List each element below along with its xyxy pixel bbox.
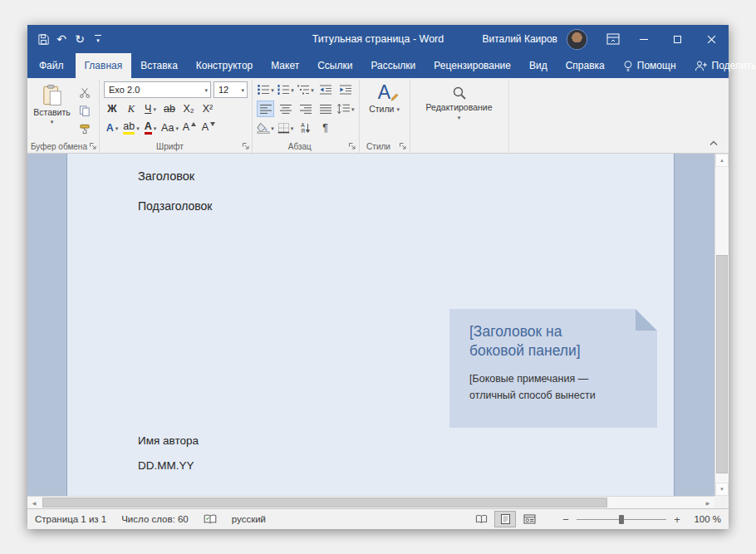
grow-font-button[interactable]: А bbox=[181, 120, 198, 136]
superscript-button[interactable]: Х² bbox=[199, 101, 216, 117]
text-effects-label: А bbox=[106, 123, 114, 134]
editing-button[interactable]: Редактирование ▾ bbox=[415, 81, 504, 120]
panel-title[interactable]: [Заголовок на боковой панели] bbox=[469, 322, 617, 360]
doc-subheading[interactable]: Подзаголовок bbox=[138, 199, 213, 213]
font-name-select[interactable]: Exo 2.0 ▾ bbox=[104, 81, 211, 98]
text-effects-button[interactable]: А▾ bbox=[104, 120, 120, 136]
format-painter-button[interactable] bbox=[75, 121, 95, 136]
panel-body[interactable]: [Боковые примечания — отличный способ вы… bbox=[469, 371, 622, 404]
lightbulb-icon bbox=[623, 60, 633, 72]
zoom-out-button[interactable]: − bbox=[558, 513, 573, 526]
zoom-in-button[interactable]: + bbox=[670, 513, 685, 526]
doc-author[interactable]: Имя автора bbox=[138, 434, 199, 447]
line-spacing-button[interactable]: ▾ bbox=[336, 101, 355, 117]
redo-icon[interactable]: ↻ bbox=[71, 28, 89, 50]
highlight-button[interactable]: ab▾ bbox=[123, 120, 140, 136]
user-name[interactable]: Виталий Каиров bbox=[482, 33, 557, 45]
copy-icon bbox=[79, 105, 91, 117]
zoom-level[interactable]: 100 % bbox=[685, 514, 721, 524]
cut-button[interactable] bbox=[75, 85, 95, 100]
styles-dialog-launcher-icon[interactable] bbox=[399, 141, 408, 150]
sort-button[interactable]: АЯ bbox=[297, 120, 314, 136]
scroll-down-icon[interactable]: ▼ bbox=[715, 483, 729, 496]
clipboard-dialog-launcher-icon[interactable] bbox=[88, 141, 97, 150]
language-indicator[interactable]: русский bbox=[232, 514, 266, 524]
align-center-button[interactable] bbox=[277, 101, 294, 117]
tab-references[interactable]: Ссылки bbox=[308, 53, 361, 78]
copy-button[interactable] bbox=[75, 103, 95, 118]
bold-button[interactable]: Ж bbox=[104, 101, 120, 117]
tell-me-button[interactable]: Помощн bbox=[614, 53, 685, 78]
line-spacing-icon bbox=[336, 103, 351, 115]
vertical-scroll-thumb[interactable] bbox=[716, 255, 728, 473]
font-size-select[interactable]: 12 ▾ bbox=[214, 81, 248, 98]
tab-review[interactable]: Рецензирование bbox=[425, 53, 520, 78]
page-indicator[interactable]: Страница 1 из 1 bbox=[35, 514, 106, 524]
dropdown-icon: ▾ bbox=[458, 115, 461, 120]
strikethrough-button[interactable]: ab bbox=[161, 101, 178, 117]
qat-customize-icon[interactable]: ▾ bbox=[89, 28, 107, 50]
zoom-slider-handle[interactable] bbox=[619, 515, 624, 524]
styles-button[interactable]: А Стили▾ bbox=[364, 81, 405, 115]
dropdown-icon: ▾ bbox=[51, 119, 54, 125]
avatar[interactable] bbox=[567, 30, 587, 49]
align-left-button[interactable] bbox=[257, 101, 274, 117]
change-case-button[interactable]: Аа▾ bbox=[161, 120, 179, 136]
underline-button[interactable]: Ч▾ bbox=[142, 101, 159, 117]
scroll-right-icon[interactable]: ▶ bbox=[701, 497, 714, 508]
align-right-button[interactable] bbox=[297, 101, 314, 117]
minimize-button[interactable] bbox=[626, 25, 660, 53]
doc-heading[interactable]: Заголовок bbox=[138, 169, 194, 183]
zoom-slider[interactable] bbox=[577, 512, 666, 526]
ribbon-tabs: Файл Главная Вставка Конструктор Макет С… bbox=[27, 53, 729, 78]
justify-button[interactable] bbox=[317, 101, 334, 117]
maximize-button[interactable] bbox=[660, 25, 695, 53]
sidebar-text-panel[interactable]: [Заголовок на боковой панели] [Боковые п… bbox=[449, 309, 657, 428]
word-count[interactable]: Число слов: 60 bbox=[121, 514, 189, 524]
ribbon-display-options-button[interactable] bbox=[600, 33, 626, 45]
show-marks-button[interactable]: ¶ bbox=[317, 120, 334, 136]
read-mode-button[interactable] bbox=[470, 511, 492, 527]
increase-indent-button[interactable] bbox=[336, 81, 354, 98]
close-button[interactable] bbox=[695, 25, 729, 53]
horizontal-scroll-thumb[interactable] bbox=[42, 498, 607, 507]
tab-home[interactable]: Главная bbox=[76, 53, 132, 78]
tab-help[interactable]: Справка bbox=[557, 53, 614, 78]
italic-button[interactable]: К bbox=[123, 101, 140, 117]
save-button[interactable] bbox=[34, 28, 52, 50]
tab-layout[interactable]: Макет bbox=[262, 53, 308, 78]
font-color-button[interactable]: А▾ bbox=[142, 120, 159, 136]
decrease-indent-button[interactable] bbox=[317, 81, 334, 98]
collapse-ribbon-button[interactable] bbox=[705, 137, 722, 149]
tab-mailings[interactable]: Рассылки bbox=[361, 53, 425, 78]
shading-button[interactable]: ▾ bbox=[257, 120, 274, 136]
paste-button[interactable]: Вставить ▾ bbox=[33, 81, 71, 136]
tab-insert[interactable]: Вставка bbox=[131, 53, 187, 78]
print-layout-button[interactable] bbox=[494, 511, 516, 527]
chevron-down-icon: ▾ bbox=[204, 87, 208, 93]
paragraph-dialog-launcher-icon[interactable] bbox=[348, 141, 357, 150]
vertical-scrollbar[interactable]: ▲ ▼ bbox=[714, 154, 729, 496]
paragraph-group-label: Абзац bbox=[254, 142, 346, 151]
multilevel-list-button[interactable]: ▾ bbox=[297, 81, 314, 98]
share-button[interactable]: Поделиться bbox=[685, 53, 756, 78]
tab-file[interactable]: Файл bbox=[27, 53, 76, 78]
undo-icon[interactable]: ↶ bbox=[52, 28, 71, 50]
scroll-up-icon[interactable]: ▲ bbox=[715, 154, 729, 167]
tab-view[interactable]: Вид bbox=[520, 53, 557, 78]
bullets-icon bbox=[257, 84, 270, 96]
horizontal-scrollbar[interactable]: ◀ ▶ bbox=[27, 496, 714, 508]
shrink-font-button[interactable]: А bbox=[200, 120, 217, 136]
borders-button[interactable]: ▾ bbox=[277, 120, 294, 136]
tab-design[interactable]: Конструктор bbox=[187, 53, 262, 78]
maximize-icon bbox=[674, 36, 681, 43]
web-layout-button[interactable] bbox=[518, 511, 540, 527]
document-page[interactable]: Заголовок Подзаголовок [Заголовок на бок… bbox=[66, 154, 675, 496]
scroll-left-icon[interactable]: ◀ bbox=[27, 497, 41, 508]
numbering-button[interactable]: ▾ bbox=[277, 81, 294, 98]
doc-date[interactable]: DD.MM.YY bbox=[138, 459, 194, 472]
proofing-button[interactable] bbox=[204, 514, 217, 524]
subscript-button[interactable]: Х₂ bbox=[180, 101, 197, 117]
font-dialog-launcher-icon[interactable] bbox=[241, 141, 250, 150]
bullets-button[interactable]: ▾ bbox=[257, 81, 274, 98]
